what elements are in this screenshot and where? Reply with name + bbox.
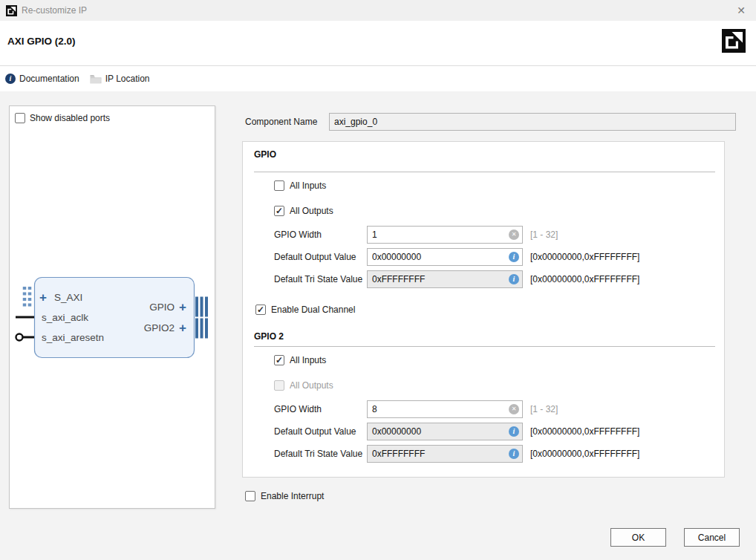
enable-interrupt-row: ✓ Enable Interrupt (245, 490, 324, 502)
enable-dual-channel-label: Enable Dual Channel (271, 305, 355, 315)
gpio2-default-output-label: Default Output Value (274, 426, 367, 437)
gpio-all-inputs-checkbox[interactable]: ✓ (274, 180, 284, 191)
ip-location-button[interactable]: IP Location (90, 74, 150, 84)
gpio2-all-inputs-label: All Inputs (290, 355, 326, 365)
gpio2-width-label: GPIO Width (274, 404, 367, 414)
enable-dual-channel-row: ✓ Enable Dual Channel (255, 304, 355, 316)
port-label-s-axi: S_AXI (54, 292, 82, 303)
ip-title: AXI GPIO (2.0) (7, 36, 76, 47)
default-tri-state-range: [0x00000000,0xFFFFFFFF] (530, 274, 639, 284)
component-name-row: Component Name (245, 113, 736, 131)
check-icon: ✓ (276, 206, 283, 215)
clear-icon[interactable]: ✕ (509, 404, 519, 414)
gpio-width-range: [1 - 32] (530, 229, 558, 240)
vendor-logo-icon (6, 5, 17, 16)
gpio-all-inputs-row: ✓ All Inputs (274, 180, 326, 192)
info-icon: i (509, 426, 519, 437)
component-name-input (329, 113, 736, 131)
gpio-width-row: GPIO Width ✕ [1 - 32] (274, 226, 558, 244)
info-icon: i (509, 449, 519, 459)
dialog-body: ✓ Show disabled ports + S_AXI s_axi_aclk (0, 91, 756, 560)
port-label-aresetn: s_axi_aresetn (42, 332, 104, 343)
gpio2-width-row: GPIO Width ✕ [1 - 32] (274, 400, 558, 418)
gpio2-default-output-row: Default Output Value i [0x00000000,0xFFF… (274, 423, 639, 440)
gpio-width-label: GPIO Width (274, 229, 367, 240)
section-divider (254, 346, 715, 347)
gpio-bus-bars-icon (195, 297, 208, 317)
block-preview-panel: ✓ Show disabled ports + S_AXI s_axi_aclk (9, 105, 215, 509)
port-label-gpio2: GPIO2 (144, 322, 175, 333)
gpio2-width-input[interactable] (367, 400, 523, 418)
section-title-gpio2: GPIO 2 (254, 331, 284, 343)
default-tri-state-input (367, 270, 523, 288)
section-divider (254, 172, 715, 172)
ok-button[interactable]: OK (610, 528, 666, 547)
component-name-label: Component Name (245, 117, 325, 127)
gpio2-width-range: [1 - 32] (530, 404, 558, 414)
default-output-value-input[interactable] (367, 248, 523, 266)
folder-icon (90, 74, 102, 84)
gpio-all-inputs-label: All Inputs (290, 180, 326, 191)
gpio-width-input[interactable] (367, 226, 523, 244)
documentation-button[interactable]: i Documentation (5, 74, 79, 84)
default-output-value-range: [0x00000000,0xFFFFFFFF] (530, 252, 639, 262)
info-icon: i (5, 74, 16, 84)
titlebar: Re-customize IP ✕ (0, 0, 756, 21)
default-output-value-label: Default Output Value (274, 252, 367, 262)
section-title-gpio: GPIO (254, 149, 276, 161)
toolbar: i Documentation IP Location (0, 66, 756, 91)
enable-interrupt-checkbox[interactable]: ✓ (245, 491, 255, 501)
gpio2-default-output-input (367, 423, 523, 440)
gpio-all-outputs-row: ✓ All Outputs (274, 205, 333, 217)
enable-dual-channel-checkbox[interactable]: ✓ (255, 305, 266, 315)
recustomize-ip-dialog: Re-customize IP ✕ AXI GPIO (2.0) i Docum… (0, 0, 756, 560)
gpio2-default-tri-input (367, 445, 523, 463)
gpio-default-tri-row: Default Tri State Value i [0x00000000,0x… (274, 270, 639, 288)
default-tri-state-label: Default Tri State Value (274, 274, 367, 284)
vendor-logo-icon (722, 29, 746, 53)
clear-icon[interactable]: ✕ (509, 229, 519, 240)
info-icon: i (509, 274, 519, 284)
ip-block-diagram: + S_AXI s_axi_aclk s_axi_aresetn GPIO + … (10, 106, 215, 508)
documentation-label: Documentation (19, 74, 79, 84)
gpio2-all-outputs-checkbox: ✓ (274, 380, 284, 391)
gpio2-expand-icon[interactable]: + (179, 321, 186, 335)
gpio2-default-tri-range: [0x00000000,0xFFFFFFFF] (530, 449, 639, 459)
s-axi-expand-icon[interactable]: + (39, 290, 47, 305)
aresetn-bubble-icon (16, 334, 23, 341)
port-label-gpio: GPIO (149, 302, 175, 313)
window-title: Re-customize IP (22, 5, 87, 16)
info-icon: i (509, 252, 519, 262)
cancel-button[interactable]: Cancel (684, 528, 740, 547)
ip-location-label: IP Location (105, 74, 150, 84)
gpio2-default-tri-label: Default Tri State Value (274, 449, 367, 459)
enable-interrupt-label: Enable Interrupt (261, 491, 324, 501)
gpio2-all-inputs-checkbox[interactable]: ✓ (274, 355, 284, 365)
gpio-all-outputs-checkbox[interactable]: ✓ (274, 206, 284, 216)
gpio2-all-outputs-label: All Outputs (290, 380, 333, 391)
dialog-header: AXI GPIO (2.0) (0, 21, 756, 66)
gpio-default-output-row: Default Output Value i [0x00000000,0xFFF… (274, 248, 639, 266)
gpio2-default-output-range: [0x00000000,0xFFFFFFFF] (530, 426, 639, 437)
gpio2-bus-bars-icon (195, 319, 208, 339)
config-groupbox: GPIO ✓ All Inputs ✓ All Outputs GPIO Wid… (242, 141, 725, 478)
close-icon[interactable]: ✕ (734, 3, 749, 18)
check-icon: ✓ (257, 305, 264, 314)
gpio2-all-outputs-row: ✓ All Outputs (274, 380, 333, 391)
check-icon: ✓ (276, 356, 283, 365)
gpio2-all-inputs-row: ✓ All Inputs (274, 354, 326, 366)
port-label-aclk: s_axi_aclk (42, 312, 88, 323)
gpio-all-outputs-label: All Outputs (290, 206, 333, 216)
gpio-expand-icon[interactable]: + (179, 300, 186, 314)
gpio2-default-tri-row: Default Tri State Value i [0x00000000,0x… (274, 445, 639, 463)
